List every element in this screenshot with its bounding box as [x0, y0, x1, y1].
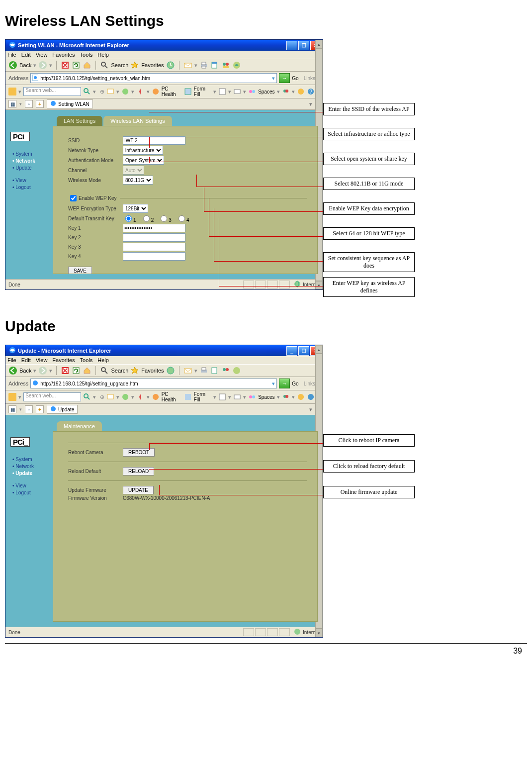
minimize-button[interactable]: _: [286, 346, 297, 356]
menu-view[interactable]: View: [36, 52, 48, 58]
deftx-radios[interactable]: 1 2 3 4: [123, 214, 192, 223]
search-label[interactable]: Search: [111, 368, 128, 374]
search-input[interactable]: Search web...: [23, 392, 81, 401]
menu-view[interactable]: View: [36, 357, 48, 363]
reboot-button[interactable]: REBOOT: [123, 448, 155, 457]
go-button[interactable]: →: [279, 379, 290, 388]
tab-maintenance[interactable]: Maintenance: [57, 421, 102, 431]
nettype-select[interactable]: infrastructure: [123, 146, 163, 155]
messenger-icon[interactable]: [221, 61, 230, 70]
links-label[interactable]: Links: [304, 381, 315, 386]
sidebar-item-update[interactable]: Update: [12, 165, 53, 171]
tab-menu-icon[interactable]: ▾: [309, 101, 312, 107]
formfill-label[interactable]: Form Fill: [194, 86, 211, 97]
wmode-select[interactable]: 802.11G: [123, 176, 153, 185]
back-label[interactable]: Back: [19, 62, 31, 68]
sidebar-item-view[interactable]: View: [12, 483, 53, 488]
ssid-input[interactable]: [123, 136, 185, 145]
key3-input[interactable]: [123, 243, 185, 251]
menu-file[interactable]: File: [7, 357, 16, 363]
edit-icon[interactable]: [210, 366, 219, 375]
tab-add-icon[interactable]: +: [36, 100, 44, 108]
tab-grid-icon[interactable]: ▦: [8, 100, 16, 108]
pchealth-label[interactable]: PC Health: [162, 86, 182, 97]
search-icon[interactable]: [100, 61, 109, 70]
spaces-icon[interactable]: [248, 87, 256, 96]
history-icon[interactable]: [166, 366, 175, 375]
favorites-label[interactable]: Favorites: [141, 62, 164, 68]
channel-select[interactable]: Auto: [123, 166, 144, 175]
address-field[interactable]: http://192.168.0.125/tgi/setting_upgrade…: [30, 379, 277, 388]
update-button[interactable]: UPDATE: [123, 486, 154, 494]
tab-grid-icon[interactable]: ▦: [8, 405, 16, 413]
browser-tab[interactable]: Setting WLAN: [47, 99, 93, 108]
deftx-radio-1[interactable]: [125, 215, 132, 222]
key1-input[interactable]: [123, 224, 185, 232]
stop-icon[interactable]: [61, 61, 70, 70]
menu-help[interactable]: Help: [97, 52, 109, 58]
research-icon[interactable]: [232, 61, 241, 70]
search-go-icon[interactable]: [83, 87, 91, 96]
tab-doc-icon[interactable]: ▫: [25, 405, 33, 413]
edit-icon[interactable]: [210, 61, 219, 70]
deftx-radio-3[interactable]: [161, 215, 167, 222]
searchbar-icon[interactable]: [8, 87, 16, 96]
reload-button[interactable]: RELOAD: [123, 467, 154, 475]
sidebar-item-system[interactable]: System: [12, 457, 53, 462]
dropdown-icon[interactable]: ▾: [272, 380, 275, 387]
key2-input[interactable]: [123, 233, 185, 242]
menu-tools[interactable]: Tools: [80, 52, 93, 58]
menu-edit[interactable]: Edit: [21, 52, 31, 58]
search-icon[interactable]: [100, 366, 109, 375]
tab-add-icon[interactable]: +: [36, 405, 44, 413]
sidebar-item-network[interactable]: Network: [12, 464, 53, 469]
spaces-label[interactable]: Spaces: [258, 89, 274, 95]
home-icon[interactable]: [83, 61, 91, 70]
back-label[interactable]: Back: [19, 368, 31, 374]
weptype-select[interactable]: 128Bit: [123, 204, 148, 213]
favorites-icon[interactable]: [130, 366, 139, 375]
deftx-radio-4[interactable]: [178, 215, 185, 222]
links-label[interactable]: Links: [304, 76, 315, 81]
forward-icon[interactable]: [38, 61, 47, 70]
save-button[interactable]: SAVE: [68, 267, 92, 274]
formfill-icon[interactable]: [184, 87, 192, 96]
sidebar-item-logout[interactable]: Logout: [12, 490, 53, 495]
home-icon[interactable]: [83, 366, 91, 375]
menu-favorites[interactable]: Favorites: [52, 52, 75, 58]
go-button[interactable]: →: [279, 73, 290, 83]
sidebar-item-update[interactable]: Update: [12, 471, 53, 476]
maximize-button[interactable]: ❐: [298, 346, 309, 356]
key4-input[interactable]: [123, 252, 185, 261]
auth-select[interactable]: Open System: [123, 156, 164, 165]
browser-tab[interactable]: Update: [47, 405, 78, 414]
menu-help[interactable]: Help: [97, 357, 109, 363]
back-icon[interactable]: [8, 366, 17, 375]
mail-icon[interactable]: [183, 61, 192, 70]
search-input[interactable]: Search web...: [23, 87, 81, 96]
menu-edit[interactable]: Edit: [21, 357, 31, 363]
back-icon[interactable]: [8, 61, 17, 70]
sidebar-item-logout[interactable]: Logout: [12, 185, 53, 190]
sidebar-item-view[interactable]: View: [12, 178, 53, 183]
stop-icon[interactable]: [61, 366, 70, 375]
print-icon[interactable]: [199, 366, 208, 375]
search-label[interactable]: Search: [111, 62, 128, 68]
history-icon[interactable]: [166, 61, 175, 70]
research-icon[interactable]: [232, 366, 241, 375]
refresh-icon[interactable]: [72, 366, 81, 375]
minimize-button[interactable]: _: [286, 41, 297, 50]
mail-icon[interactable]: [183, 366, 192, 375]
forward-icon[interactable]: [38, 366, 47, 375]
print-icon[interactable]: [199, 61, 208, 70]
scroll-up-icon[interactable]: ▴: [315, 40, 323, 48]
menu-tools[interactable]: Tools: [80, 357, 93, 363]
refresh-icon[interactable]: [72, 61, 81, 70]
enablewep-checkbox[interactable]: [70, 195, 77, 201]
tab-lan-settings[interactable]: LAN Settings: [57, 116, 102, 126]
tab-doc-icon[interactable]: ▫: [25, 100, 33, 108]
deftx-radio-2[interactable]: [143, 215, 150, 222]
menu-favorites[interactable]: Favorites: [52, 357, 75, 363]
maximize-button[interactable]: ❐: [298, 41, 309, 50]
scroll-down-icon[interactable]: ▾: [315, 281, 323, 289]
